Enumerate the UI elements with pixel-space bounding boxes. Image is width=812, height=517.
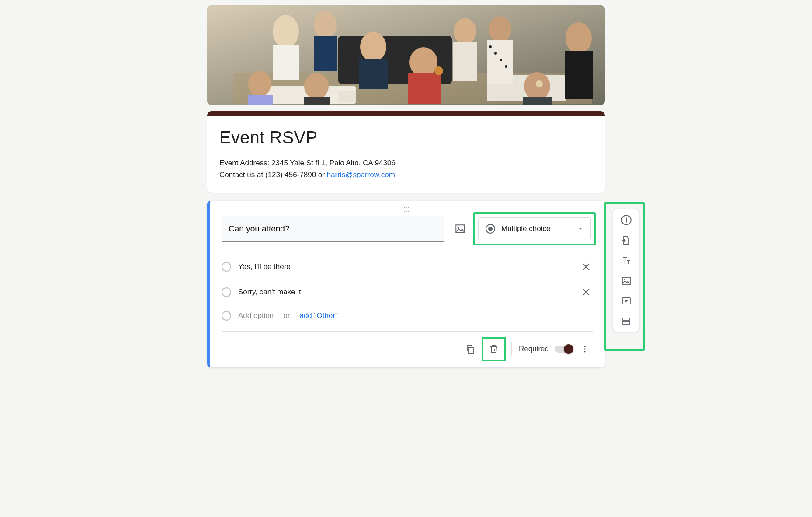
- add-title-button[interactable]: [621, 255, 632, 266]
- plus-circle-icon: [621, 214, 632, 226]
- svg-point-24: [494, 52, 497, 55]
- divider: [511, 342, 512, 356]
- duplicate-button[interactable]: [462, 340, 479, 358]
- add-question-button[interactable]: [621, 214, 632, 226]
- form-title[interactable]: Event RSVP: [219, 128, 593, 147]
- section-icon: [621, 316, 632, 326]
- add-video-button[interactable]: [621, 296, 632, 306]
- more-vert-icon: [580, 344, 589, 354]
- svg-point-13: [360, 32, 386, 62]
- radio-outline-icon: [222, 287, 231, 297]
- floating-toolbar: [613, 209, 639, 332]
- remove-option-button[interactable]: [580, 260, 593, 273]
- svg-point-9: [248, 71, 271, 97]
- option-text[interactable]: Sorry, can't make it: [238, 288, 573, 297]
- import-questions-button[interactable]: [621, 235, 632, 246]
- add-option-row: Add option or add "Other": [222, 305, 593, 331]
- svg-point-15: [409, 47, 437, 77]
- svg-point-5: [273, 15, 299, 48]
- svg-point-25: [500, 59, 502, 61]
- form-description-line2: Contact us at (123) 456-7890 or harris@s…: [219, 169, 593, 181]
- svg-point-37: [584, 349, 585, 350]
- svg-point-11: [304, 73, 329, 99]
- svg-point-38: [584, 351, 585, 353]
- svg-rect-35: [468, 347, 474, 353]
- question-title-input[interactable]: [222, 216, 444, 242]
- svg-point-36: [584, 346, 585, 347]
- more-options-button[interactable]: [577, 342, 593, 356]
- delete-highlight: [482, 337, 506, 361]
- question-type-highlight: Multiple choice: [473, 212, 596, 245]
- svg-rect-10: [248, 95, 273, 105]
- svg-point-41: [624, 279, 625, 280]
- text-icon: [621, 255, 632, 266]
- option-row[interactable]: Yes, I'll be there: [222, 254, 593, 279]
- option-text[interactable]: Yes, I'll be there: [238, 262, 573, 271]
- svg-point-7: [314, 11, 337, 39]
- svg-rect-18: [453, 42, 477, 81]
- close-icon: [581, 262, 591, 272]
- question-footer: Required: [222, 331, 593, 367]
- svg-rect-12: [304, 97, 330, 105]
- add-section-button[interactable]: [621, 316, 632, 326]
- radio-icon: [486, 224, 495, 234]
- image-icon: [621, 276, 632, 286]
- chevron-down-icon: [577, 226, 583, 232]
- svg-point-19: [489, 16, 511, 42]
- form-description-line1: Event Address: 2345 Yale St fl 1, Palo A…: [219, 157, 593, 169]
- svg-point-17: [454, 18, 476, 45]
- svg-point-29: [566, 22, 592, 54]
- trash-icon: [489, 344, 499, 354]
- svg-rect-40: [622, 277, 630, 284]
- import-icon: [621, 235, 632, 246]
- add-or-text: or: [283, 311, 290, 320]
- svg-rect-30: [565, 51, 593, 99]
- svg-rect-14: [359, 59, 388, 89]
- svg-rect-43: [623, 318, 630, 320]
- question-type-selector[interactable]: Multiple choice: [478, 217, 591, 240]
- option-row[interactable]: Sorry, can't make it: [222, 279, 593, 305]
- svg-rect-16: [408, 73, 441, 104]
- svg-rect-44: [623, 322, 630, 324]
- toggle-knob: [564, 344, 573, 354]
- svg-point-23: [489, 45, 492, 48]
- svg-point-31: [434, 66, 443, 75]
- video-icon: [621, 296, 632, 306]
- add-option-text[interactable]: Add option: [238, 311, 274, 320]
- svg-point-26: [505, 65, 507, 68]
- form-title-card[interactable]: Event RSVP Event Address: 2345 Yale St f…: [207, 111, 605, 193]
- add-image-button[interactable]: [621, 276, 632, 286]
- delete-button[interactable]: [485, 340, 503, 358]
- image-icon: [455, 223, 466, 234]
- options-list: Yes, I'll be there Sorry, can't make it …: [222, 254, 593, 331]
- contact-email-link[interactable]: harris@sparrow.com: [327, 171, 395, 179]
- close-icon: [581, 287, 591, 297]
- svg-rect-32: [338, 91, 356, 102]
- form-description[interactable]: Event Address: 2345 Yale St fl 1, Palo A…: [219, 157, 593, 181]
- add-other-button[interactable]: add "Other": [299, 311, 338, 320]
- svg-rect-8: [314, 36, 337, 71]
- copy-icon: [465, 344, 475, 354]
- form-header-image: [207, 5, 605, 105]
- required-label: Required: [519, 345, 549, 353]
- required-toggle[interactable]: [555, 346, 573, 353]
- remove-option-button[interactable]: [580, 286, 593, 299]
- radio-outline-icon: [222, 262, 231, 272]
- question-card[interactable]: ⋯⋯ Multiple choice Yes, I'll be there: [207, 201, 605, 367]
- radio-outline-icon: [222, 311, 231, 321]
- svg-point-34: [458, 227, 459, 228]
- question-type-label: Multiple choice: [501, 224, 571, 233]
- svg-point-33: [536, 80, 543, 87]
- svg-rect-28: [523, 97, 552, 105]
- insert-image-button[interactable]: [453, 221, 468, 236]
- svg-rect-6: [273, 45, 299, 80]
